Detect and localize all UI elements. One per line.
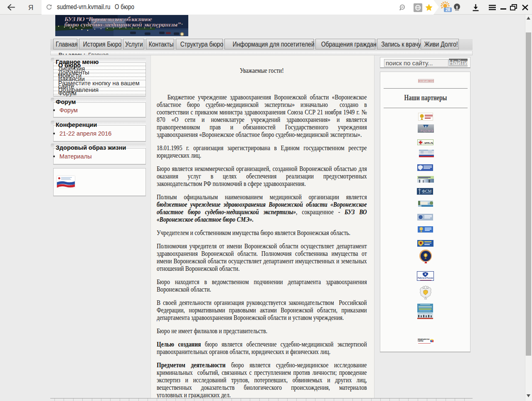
svg-text:бюро судебно-медицинской экспе: бюро судебно-медицинской экспертизы” — [64, 21, 181, 28]
